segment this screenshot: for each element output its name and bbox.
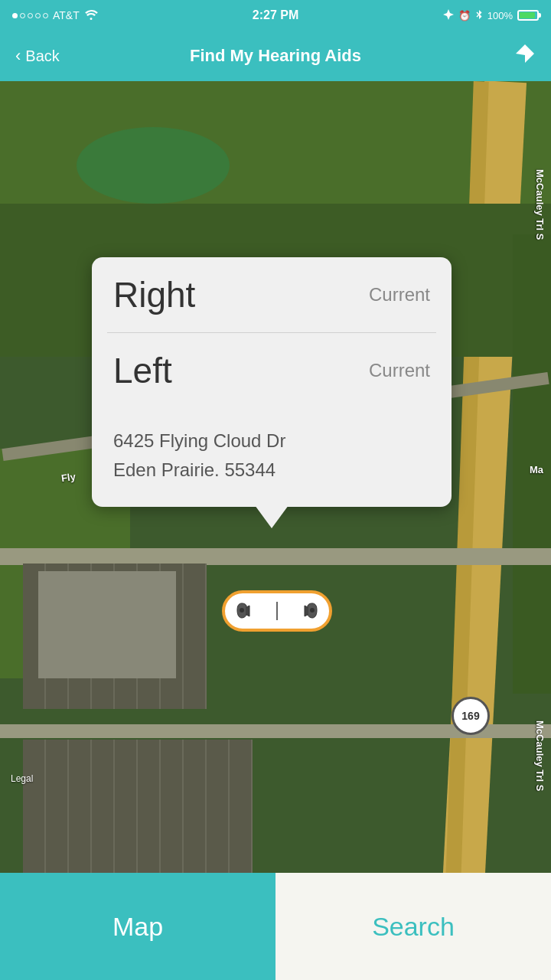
road-label-mccauley-top: McCauley Trl S — [534, 169, 546, 240]
dot-5 — [43, 13, 48, 18]
right-hearing-aid-icon — [284, 599, 318, 622]
location-button[interactable] — [514, 43, 536, 69]
nav-bar: ‹ Back Find My Hearing Aids — [0, 31, 551, 81]
left-hearing-aid-icon — [236, 599, 270, 622]
status-right: ⏰ 100% — [443, 9, 539, 22]
map-green-top — [0, 81, 551, 204]
callout-right-row[interactable]: Right Current — [92, 257, 452, 332]
map-pond — [77, 127, 230, 204]
back-label: Back — [25, 47, 59, 65]
dot-3 — [28, 13, 33, 18]
road-label-ma: Ma — [530, 464, 543, 475]
svg-point-2 — [240, 608, 244, 612]
tab-map[interactable]: Map — [0, 873, 276, 980]
back-chevron-icon: ‹ — [15, 46, 21, 66]
badge-divider — [276, 602, 278, 620]
back-button[interactable]: ‹ Back — [15, 46, 60, 66]
callout-address-line2: Eden Prairie. 55344 — [113, 456, 430, 485]
callout-left-status: Current — [369, 360, 430, 381]
road-label-mccauley-bottom: McCauley Trl S — [534, 720, 546, 791]
nav-title: Find My Hearing Aids — [190, 46, 361, 66]
svg-point-3 — [310, 608, 315, 612]
map-pin[interactable] — [222, 590, 332, 632]
alarm-icon: ⏰ — [458, 10, 471, 21]
callout-right-label: Right — [113, 274, 195, 315]
location-active-icon — [443, 9, 454, 22]
callout-tail — [255, 505, 289, 528]
wifi-icon — [84, 9, 98, 22]
callout-left-label: Left — [113, 350, 172, 391]
status-bar: AT&T 2:27 PM ⏰ 100% — [0, 0, 551, 31]
map-road-h1 — [0, 548, 551, 565]
map-building-1 — [38, 571, 176, 678]
hearing-aid-badge — [222, 590, 332, 632]
dot-1 — [12, 13, 18, 18]
tab-search[interactable]: Search — [276, 873, 551, 980]
status-left: AT&T — [12, 9, 98, 22]
legal-text: Legal — [11, 773, 33, 784]
callout-address: 6425 Flying Cloud Dr Eden Prairie. 55344 — [92, 408, 452, 507]
carrier-label: AT&T — [53, 9, 80, 21]
tab-search-label: Search — [372, 912, 455, 942]
hearing-aid-callout: Right Current Left Current 6425 Flying C… — [92, 257, 452, 507]
tab-bar: Map Search — [0, 873, 551, 980]
dot-2 — [20, 13, 25, 18]
battery-icon — [517, 10, 539, 21]
road-label-fly: Fly — [60, 471, 77, 484]
callout-left-row[interactable]: Left Current — [92, 333, 452, 408]
map-container[interactable]: McCauley Trl S McCauley Trl S Fly Ma 169… — [0, 81, 551, 903]
bluetooth-icon — [475, 9, 483, 22]
battery-percent: 100% — [487, 10, 513, 21]
dot-4 — [35, 13, 41, 18]
signal-strength — [12, 13, 48, 18]
highway-sign-169: 169 — [452, 697, 490, 735]
callout-right-status: Current — [369, 284, 430, 305]
tab-map-label: Map — [112, 912, 163, 942]
callout-address-line1: 6425 Flying Cloud Dr — [113, 426, 430, 456]
status-time: 2:27 PM — [253, 8, 298, 22]
